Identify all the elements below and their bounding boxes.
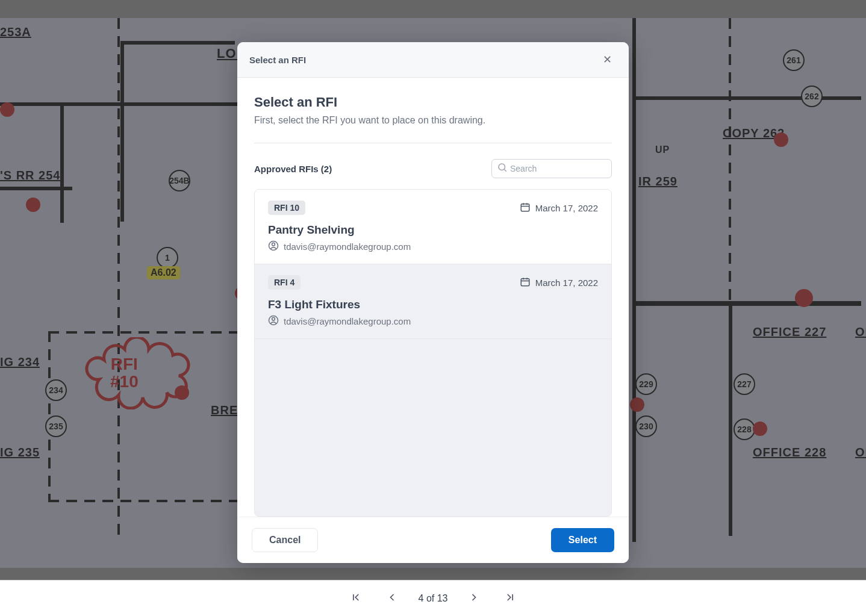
modal-body: Select an RFI First, select the RFI you … — [237, 78, 629, 517]
rfi-card[interactable]: RFI 4March 17, 2022F3 Light Fixturestdav… — [255, 264, 611, 339]
last-page-button[interactable] — [500, 588, 520, 609]
rfi-date: March 17, 2022 — [520, 276, 598, 289]
rfi-badge: RFI 4 — [268, 275, 301, 290]
svg-rect-2 — [521, 204, 529, 211]
modal-subtitle: First, select the RFI you want to place … — [254, 115, 612, 143]
cancel-button[interactable]: Cancel — [252, 528, 318, 552]
list-count-label: Approved RFIs (2) — [254, 164, 332, 174]
rfi-email: tdavis@raymondlakegroup.com — [268, 240, 598, 253]
modal-header-title: Select an RFI — [249, 55, 306, 65]
search-wrap — [491, 159, 612, 178]
svg-line-1 — [504, 169, 506, 171]
rfi-title: F3 Light Fixtures — [268, 298, 598, 311]
next-page-button[interactable] — [464, 588, 484, 609]
modal-title: Select an RFI — [254, 95, 612, 110]
calendar-icon — [520, 202, 531, 214]
close-button[interactable]: ✕ — [598, 51, 617, 69]
list-header: Approved RFIs (2) — [254, 159, 612, 178]
modal-footer: Cancel Select — [237, 517, 629, 563]
rfi-list[interactable]: RFI 10March 17, 2022Pantry Shelvingtdavi… — [254, 189, 612, 517]
select-button[interactable]: Select — [551, 528, 614, 552]
first-page-button[interactable] — [346, 588, 366, 609]
modal-header: Select an RFI ✕ — [237, 42, 629, 78]
close-icon: ✕ — [603, 54, 612, 66]
svg-rect-8 — [521, 278, 529, 285]
svg-point-13 — [272, 317, 275, 320]
rfi-title: Pantry Shelving — [268, 223, 598, 237]
chevron-left-icon — [386, 591, 398, 605]
search-icon — [497, 162, 508, 175]
first-page-icon — [350, 591, 362, 605]
svg-point-0 — [499, 164, 505, 170]
rfi-date: March 17, 2022 — [520, 202, 598, 214]
prev-page-button[interactable] — [382, 588, 402, 609]
chevron-right-icon — [468, 591, 480, 605]
last-page-icon — [504, 591, 516, 605]
svg-point-7 — [272, 243, 275, 246]
rfi-email: tdavis@raymondlakegroup.com — [268, 315, 598, 328]
page-indicator: 4 of 13 — [419, 593, 448, 604]
calendar-icon — [520, 276, 531, 289]
rfi-card[interactable]: RFI 10March 17, 2022Pantry Shelvingtdavi… — [255, 190, 611, 264]
rfi-badge: RFI 10 — [268, 201, 305, 215]
user-icon — [268, 315, 279, 328]
select-rfi-modal: Select an RFI ✕ Select an RFI First, sel… — [237, 42, 629, 563]
page-navigator: 4 of 13 — [0, 580, 866, 616]
user-icon — [268, 240, 279, 253]
search-input[interactable] — [491, 159, 612, 178]
